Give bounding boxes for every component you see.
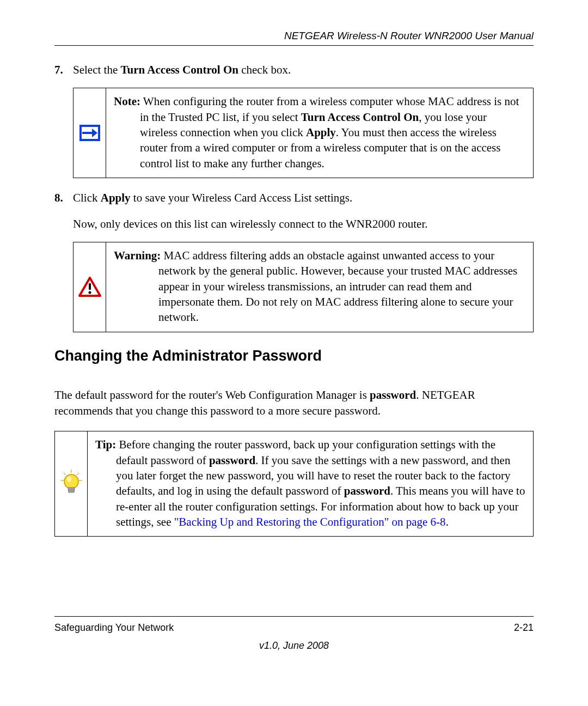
- note-arrow-icon: [74, 88, 106, 178]
- footer-section: Safeguarding Your Network: [54, 622, 174, 634]
- tip-lightbulb-icon: [55, 431, 88, 536]
- note-bold1: Turn Access Control On: [301, 111, 419, 124]
- tip-link[interactable]: "Backing Up and Restoring the Configurat…: [174, 515, 446, 528]
- step-number: 8.: [54, 190, 73, 206]
- svg-line-5: [64, 473, 66, 475]
- note-label: Note:: [114, 95, 140, 108]
- note-bold2: Apply: [306, 126, 336, 139]
- step-8-follow: Now, only devices on this list can wirel…: [73, 216, 534, 232]
- tip-bold2: password: [344, 484, 390, 497]
- step-text: Select the Turn Access Control On check …: [73, 62, 534, 78]
- page-footer: Safeguarding Your Network 2-21 v1.0, Jun…: [54, 616, 534, 652]
- svg-rect-2: [89, 283, 91, 290]
- svg-point-10: [67, 477, 71, 482]
- text-bold: Turn Access Control On: [120, 63, 238, 76]
- text-bold: Apply: [101, 191, 131, 204]
- intro-t1: The default password for the router's We…: [54, 388, 370, 401]
- warning-body: MAC address filtering adds an obstacle a…: [158, 249, 517, 324]
- footer-version: v1.0, June 2008: [54, 640, 534, 652]
- tip-bold1: password: [209, 454, 255, 467]
- warning-text: Warning: MAC address filtering adds an o…: [106, 242, 533, 332]
- intro-bold1: password: [370, 388, 416, 401]
- tip-t4: .: [446, 515, 449, 528]
- text-post: to save your Wireless Card Access List s…: [131, 191, 353, 204]
- svg-line-6: [77, 473, 79, 475]
- svg-point-9: [64, 474, 78, 489]
- text-post: check box.: [238, 63, 291, 76]
- tip-text: Tip: Before changing the router password…: [88, 431, 533, 536]
- note-callout: Note: When configuring the router from a…: [73, 88, 534, 178]
- warning-callout: Warning: MAC address filtering adds an o…: [73, 242, 534, 332]
- text-pre: Click: [73, 191, 101, 204]
- step-text: Click Apply to save your Wireless Card A…: [73, 190, 534, 206]
- note-text: Note: When configuring the router from a…: [106, 88, 533, 178]
- svg-point-3: [88, 291, 91, 294]
- text-pre: Select the: [73, 63, 120, 76]
- step-7: 7. Select the Turn Access Control On che…: [54, 62, 534, 78]
- intro-paragraph: The default password for the router's We…: [54, 387, 534, 419]
- step-8: 8. Click Apply to save your Wireless Car…: [54, 190, 534, 206]
- tip-label: Tip:: [95, 438, 116, 451]
- warning-triangle-icon: [74, 242, 106, 332]
- page-header: NETGEAR Wireless-N Router WNR2000 User M…: [54, 30, 534, 46]
- warning-label: Warning:: [114, 249, 161, 262]
- tip-callout: Tip: Before changing the router password…: [54, 431, 534, 537]
- step-number: 7.: [54, 62, 73, 78]
- section-heading: Changing the Administrator Password: [54, 348, 534, 364]
- footer-page-number: 2-21: [514, 622, 534, 634]
